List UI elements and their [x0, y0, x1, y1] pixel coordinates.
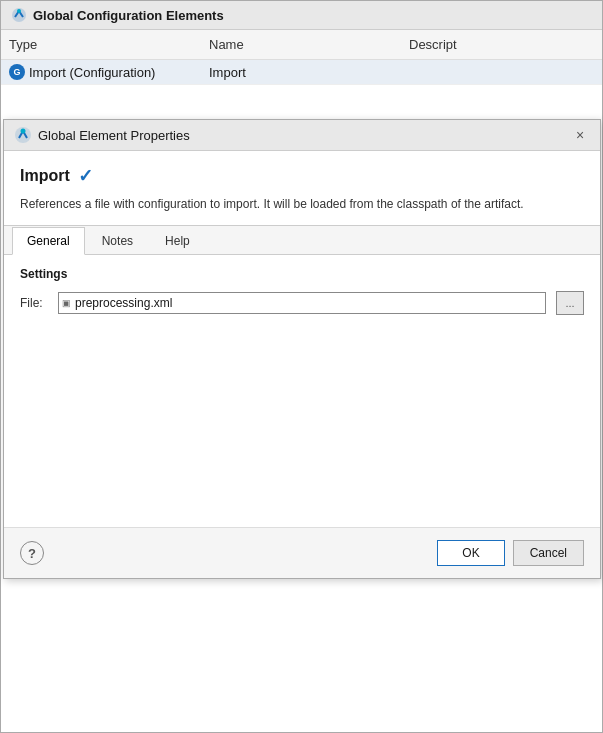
settings-label: Settings [20, 267, 584, 281]
outer-title-bar: Global Configuration Elements [1, 1, 602, 30]
row-name-cell: Import [201, 61, 401, 84]
ok-button[interactable]: OK [437, 540, 504, 566]
dialog-title-bar: Global Element Properties × [4, 120, 600, 151]
inner-dialog: Global Element Properties × Import ✓ Ref… [3, 119, 601, 579]
dialog-title-left: Global Element Properties [14, 126, 190, 144]
content-area [4, 327, 600, 527]
file-row: File: ▣ ... [20, 291, 584, 315]
outer-window-title: Global Configuration Elements [33, 8, 224, 23]
type-icon: G [9, 64, 25, 80]
import-description: References a file with configuration to … [4, 195, 600, 225]
app-logo [11, 7, 27, 23]
file-input-wrapper: ▣ [58, 292, 546, 314]
dialog-title-text: Global Element Properties [38, 128, 190, 143]
help-button[interactable]: ? [20, 541, 44, 565]
table-row[interactable]: G Import (Configuration) Import [1, 60, 602, 85]
file-input[interactable] [73, 293, 545, 313]
dialog-logo [14, 126, 32, 144]
cancel-button[interactable]: Cancel [513, 540, 584, 566]
import-heading-text: Import [20, 167, 70, 185]
file-input-icon: ▣ [59, 293, 73, 313]
table-header: Type Name Descript [1, 30, 602, 60]
col-name-header: Name [201, 34, 401, 55]
outer-window: Global Configuration Elements Type Name … [0, 0, 603, 733]
col-desc-header: Descript [401, 34, 602, 55]
tab-general[interactable]: General [12, 227, 85, 255]
settings-panel: Settings File: ▣ ... [4, 255, 600, 327]
svg-point-3 [21, 129, 26, 134]
col-type-header: Type [1, 34, 201, 55]
dialog-close-button[interactable]: × [570, 125, 590, 145]
checkmark-icon: ✓ [78, 165, 93, 187]
row-desc-cell [401, 68, 602, 76]
svg-point-1 [17, 9, 21, 13]
tab-help[interactable]: Help [150, 227, 205, 255]
footer-buttons: OK Cancel [437, 540, 584, 566]
tabs-bar: General Notes Help [4, 225, 600, 255]
dialog-footer: ? OK Cancel [4, 527, 600, 578]
import-heading: Import ✓ [4, 151, 600, 195]
browse-button[interactable]: ... [556, 291, 584, 315]
file-label: File: [20, 296, 52, 310]
row-type-label: Import (Configuration) [29, 65, 155, 80]
row-type-cell: G Import (Configuration) [1, 60, 201, 84]
tab-notes[interactable]: Notes [87, 227, 148, 255]
